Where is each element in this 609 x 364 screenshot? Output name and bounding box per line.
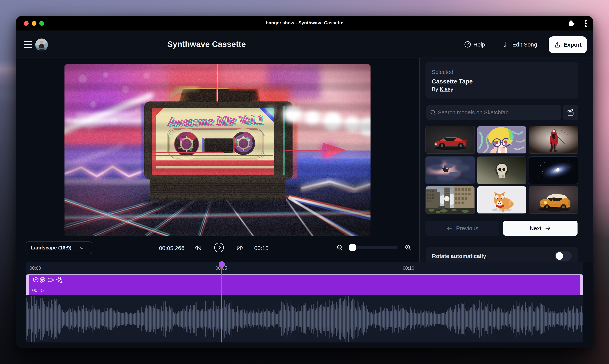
svg-text:Awesome Mix Vol.1: Awesome Mix Vol.1 [166, 112, 263, 129]
svg-text:Awesome Mix Vol.1: Awesome Mix Vol.1 [168, 114, 265, 130]
